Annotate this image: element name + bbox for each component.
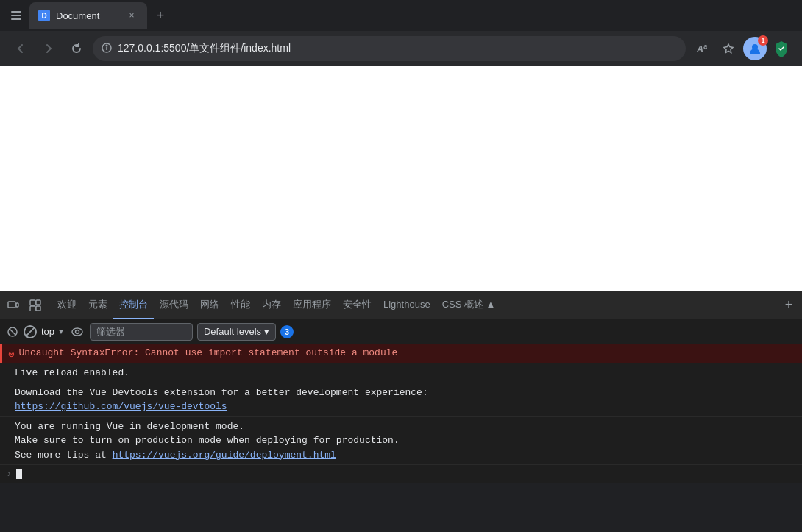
level-label: Default levels [204, 326, 261, 337]
console-filter-errors-button[interactable] [24, 325, 37, 338]
svg-rect-2 [11, 18, 21, 20]
tab-close-button[interactable]: × [125, 9, 138, 22]
devtools-link[interactable]: https://github.com/vuejs/vue-devtools [15, 401, 227, 412]
svg-rect-10 [36, 300, 40, 305]
console-line-reload: Live reload enabled. [0, 363, 802, 383]
tab-title: Document [56, 10, 119, 21]
svg-rect-8 [16, 303, 18, 307]
context-arrow: ▼ [57, 327, 65, 336]
tab-sources[interactable]: 源代码 [154, 291, 194, 319]
tab-lighthouse[interactable]: Lighthouse [377, 291, 436, 319]
forward-button[interactable] [37, 37, 60, 60]
error-icon: ⊗ [8, 348, 14, 361]
console-error-line: ⊗ Uncaught SyntaxError: Cannot use impor… [0, 344, 802, 363]
address-text: 127.0.0.1:5500/单文件组件/index.html [118, 42, 677, 55]
tab-performance[interactable]: 性能 [225, 291, 256, 319]
svg-rect-12 [30, 306, 35, 311]
info-icon [102, 43, 112, 55]
svg-rect-9 [30, 300, 35, 305]
error-message: Uncaught SyntaxError: Cannot use import … [18, 347, 397, 358]
nav-right-icons: Aa 1 [690, 37, 793, 60]
tab-favicon: D [38, 10, 50, 21]
tab-security[interactable]: 安全性 [337, 291, 377, 319]
svg-rect-1 [11, 15, 21, 16]
context-selector[interactable]: top ▼ [41, 326, 65, 337]
add-panel-button[interactable]: + [778, 295, 799, 316]
address-host: 127.0.0.1:5500/单文件组件/index.html [118, 42, 291, 54]
tab-console[interactable]: 控制台 [113, 291, 154, 319]
console-input-line[interactable]: › [0, 465, 802, 483]
back-button[interactable] [9, 37, 32, 60]
svg-rect-11 [36, 306, 40, 311]
filter-input[interactable] [90, 323, 193, 341]
tab-application[interactable]: 应用程序 [287, 291, 337, 319]
device-toolbar-button[interactable] [3, 295, 24, 316]
svg-point-16 [75, 330, 79, 333]
console-clear-button[interactable] [6, 325, 19, 338]
svg-point-15 [72, 328, 82, 336]
eye-button[interactable] [69, 324, 85, 340]
console-output: ⊗ Uncaught SyntaxError: Cannot use impor… [0, 344, 802, 483]
reload-button[interactable] [65, 37, 88, 60]
level-selector[interactable]: Default levels ▾ [197, 323, 276, 341]
svg-line-14 [10, 329, 15, 335]
level-arrow: ▾ [264, 326, 269, 337]
tab-network[interactable]: 网络 [194, 291, 225, 319]
read-aloud-button[interactable]: Aa [690, 37, 714, 60]
console-text-reload: Live reload enabled. [15, 366, 129, 380]
context-label: top [41, 326, 54, 337]
devtools-panel: 欢迎 元素 控制台 源代码 网络 性能 内存 应用程序 安全性 Lighthou… [0, 291, 802, 483]
svg-rect-7 [8, 302, 15, 308]
navigation-bar: 127.0.0.1:5500/单文件组件/index.html Aa 1 [0, 31, 802, 66]
message-count-badge: 3 [280, 325, 294, 338]
console-cursor [16, 469, 22, 479]
console-text-vue: You are running Vue in development mode.… [15, 419, 400, 463]
tab-welcome[interactable]: 欢迎 [52, 291, 82, 319]
browser-tab[interactable]: D Document × [29, 2, 147, 29]
page-content-area [0, 66, 802, 291]
tab-css[interactable]: CSS 概述 ▲ [436, 291, 502, 319]
shield-icon [770, 37, 793, 60]
element-picker-button[interactable] [25, 295, 46, 316]
profile-badge: 1 [758, 35, 768, 46]
console-line-vue: You are running Vue in development mode.… [0, 417, 802, 466]
console-toolbar: top ▼ Default levels ▾ 3 [0, 319, 802, 344]
tab-elements[interactable]: 元素 [82, 291, 113, 319]
svg-rect-0 [11, 11, 21, 13]
address-bar[interactable]: 127.0.0.1:5500/单文件组件/index.html [93, 36, 686, 61]
tab-bar: D Document × + [0, 0, 802, 31]
deployment-link[interactable]: https://vuejs.org/guide/deployment.html [113, 450, 336, 461]
browser-window: D Document × + [0, 0, 802, 66]
devtools-left-icons [3, 295, 52, 316]
profile-button[interactable]: 1 [743, 37, 767, 60]
prompt-icon: › [6, 468, 12, 480]
sidebar-toggle-button[interactable] [6, 5, 26, 26]
console-line-devtools: Download the Vue Devtools extension for … [0, 383, 802, 417]
console-text-devtools: Download the Vue Devtools extension for … [15, 386, 428, 414]
svg-point-5 [106, 45, 107, 46]
favorites-button[interactable] [717, 37, 740, 60]
new-tab-button[interactable]: + [150, 5, 171, 26]
tab-memory[interactable]: 内存 [256, 291, 287, 319]
devtools-tab-bar: 欢迎 元素 控制台 源代码 网络 性能 内存 应用程序 安全性 Lighthou… [0, 291, 802, 319]
